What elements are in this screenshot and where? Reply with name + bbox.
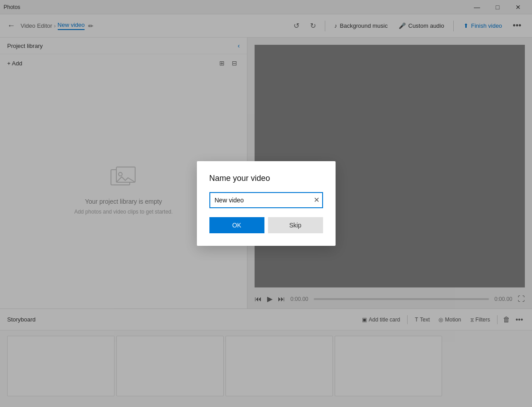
dialog-buttons: OK Skip — [209, 217, 323, 233]
dialog-title: Name your video — [209, 174, 323, 183]
skip-button[interactable]: Skip — [268, 217, 323, 233]
dialog-input-wrapper: ✕ — [209, 192, 323, 208]
dialog-overlay: Name your video ✕ OK Skip — [0, 0, 532, 407]
name-video-dialog: Name your video ✕ OK Skip — [197, 161, 336, 246]
clear-input-button[interactable]: ✕ — [314, 197, 319, 204]
ok-button[interactable]: OK — [209, 217, 264, 233]
video-name-input[interactable] — [209, 192, 323, 208]
